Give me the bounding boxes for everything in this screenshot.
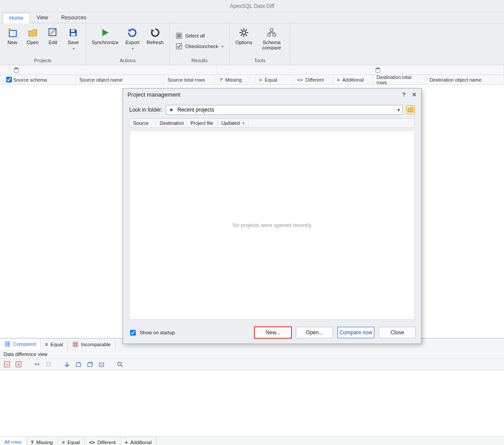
close-icon[interactable]: ✕ [412,91,417,98]
show-on-startup[interactable]: Show on startup [128,329,175,337]
col-source[interactable]: Source [130,119,156,127]
star-icon: ★ [166,107,176,113]
look-in-input[interactable] [176,106,394,113]
help-icon[interactable]: ? [402,91,406,98]
look-in-label: Look in folder: [129,107,162,113]
close-dialog-button[interactable]: Close [379,327,416,338]
dialog-title: Project management [127,91,180,98]
new-project-button[interactable]: New... [254,327,291,338]
look-in-row: Look in folder: ★ ▾ [129,105,415,115]
browse-folder-button[interactable] [406,105,415,114]
col-project-file[interactable]: Project file [187,119,218,127]
project-list-header: Source Destination Project file Updated▾ [129,118,415,128]
project-management-dialog: Project management ? ✕ Look in folder: ★… [123,88,422,344]
compare-now-button[interactable]: Compare now [337,327,374,338]
dialog-titlebar: Project management ? ✕ [123,89,421,101]
col-updated[interactable]: Updated▾ [218,119,249,127]
col-destination[interactable]: Destination [156,119,187,127]
empty-message: No projects were opened recently [233,222,312,228]
project-list-body: No projects were opened recently [129,131,415,320]
look-in-combo[interactable]: ★ ▾ [166,105,403,115]
modal-layer: Project management ? ✕ Look in folder: ★… [0,0,504,445]
show-on-startup-checkbox[interactable] [130,330,136,336]
open-project-button[interactable]: Open... [296,327,333,338]
chevron-down-icon[interactable]: ▾ [394,107,402,113]
chevron-down-icon: ▾ [243,121,244,125]
dialog-footer: Show on startup New... Open... Compare n… [123,323,421,344]
